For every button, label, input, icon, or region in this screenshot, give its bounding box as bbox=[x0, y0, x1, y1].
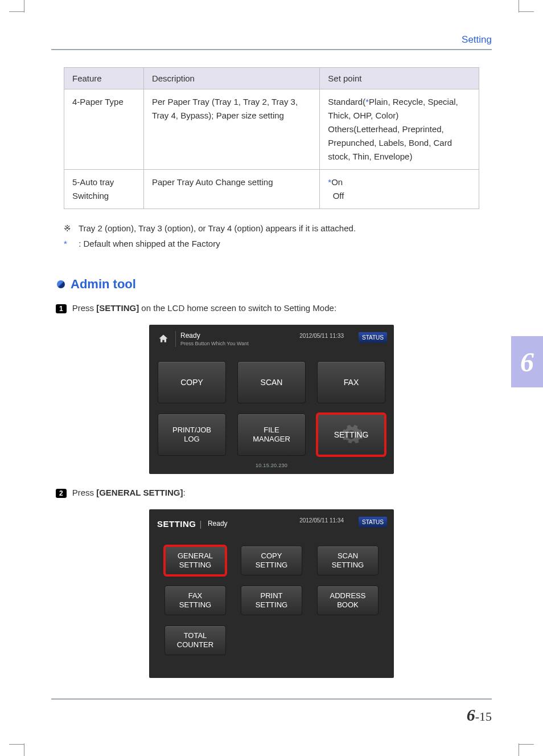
setting-button[interactable]: SETTING bbox=[317, 414, 385, 456]
home-icon[interactable] bbox=[157, 333, 170, 345]
breadcrumb: SETTING| bbox=[157, 519, 205, 529]
print-job-log-button[interactable]: PRINT/JOB LOG bbox=[158, 414, 226, 456]
header-title: Setting bbox=[51, 34, 492, 46]
note-symbol: * bbox=[64, 236, 76, 251]
th-description: Description bbox=[143, 68, 319, 89]
copy-setting-button[interactable]: COPY SETTING bbox=[241, 546, 302, 575]
th-feature: Feature bbox=[64, 68, 144, 89]
header-rule bbox=[51, 49, 492, 50]
lcd-home-screenshot: Ready Press Button Which You Want 2012/0… bbox=[149, 325, 394, 474]
page-number: 6-15 bbox=[51, 705, 492, 725]
datetime: 2012/05/11 11:34 bbox=[299, 517, 344, 524]
file-manager-button[interactable]: FILE MANAGER bbox=[237, 414, 306, 456]
step-2: 2 Press [GENERAL SETTING]: bbox=[56, 488, 492, 498]
table-row: 4-Paper Type Per Paper Tray (Tray 1, Tra… bbox=[64, 89, 479, 170]
cell-setpoint: Standard(*Plain, Recycle, Special, Thick… bbox=[320, 89, 479, 170]
print-setting-button[interactable]: PRINT SETTING bbox=[241, 586, 302, 615]
status-sub: Press Button Which You Want bbox=[180, 341, 249, 346]
fax-setting-button[interactable]: FAX SETTING bbox=[164, 586, 226, 615]
status-button[interactable]: STATUS bbox=[359, 332, 387, 343]
table-row: 5-Auto tray Switching Paper Tray Auto Ch… bbox=[64, 170, 479, 209]
footer-rule bbox=[51, 698, 492, 700]
ip-address: 10.15.20.230 bbox=[154, 463, 389, 468]
section-title: Admin tool bbox=[71, 277, 136, 292]
feature-table: Feature Description Set point 4-Paper Ty… bbox=[64, 67, 479, 209]
status-ready: Ready bbox=[180, 332, 249, 340]
scan-button[interactable]: SCAN bbox=[237, 361, 306, 403]
lcd-setting-screenshot: SETTING| Ready 2012/05/11 11:34 STATUS G… bbox=[149, 509, 394, 678]
fax-button[interactable]: FAX bbox=[317, 361, 385, 403]
step-number-badge: 2 bbox=[56, 489, 67, 498]
status-ready: Ready bbox=[208, 520, 228, 528]
cell-feature: 4-Paper Type bbox=[64, 89, 144, 170]
cell-description: Paper Tray Auto Change setting bbox=[143, 170, 319, 209]
note-symbol: ※ bbox=[64, 220, 76, 236]
general-setting-button[interactable]: GENERAL SETTING bbox=[164, 546, 226, 575]
address-book-button[interactable]: ADDRESS BOOK bbox=[317, 586, 379, 615]
table-notes: ※ Tray 2 (option), Tray 3 (option), or T… bbox=[64, 220, 479, 251]
section-heading: Admin tool bbox=[57, 277, 492, 292]
chapter-tab: 6 bbox=[511, 336, 543, 387]
copy-button[interactable]: COPY bbox=[158, 361, 226, 403]
cell-feature: 5-Auto tray Switching bbox=[64, 170, 144, 209]
cell-description: Per Paper Tray (Tray 1, Tray 2, Tray 3, … bbox=[143, 89, 319, 170]
scan-setting-button[interactable]: SCAN SETTING bbox=[317, 546, 379, 575]
total-counter-button[interactable]: TOTAL COUNTER bbox=[164, 626, 226, 655]
step-1: 1 Press [SETTING] on the LCD home screen… bbox=[56, 303, 492, 313]
status-button[interactable]: STATUS bbox=[359, 517, 387, 528]
cell-setpoint: *On Off bbox=[320, 170, 479, 209]
step-number-badge: 1 bbox=[56, 304, 67, 313]
th-setpoint: Set point bbox=[320, 68, 479, 89]
bullet-icon bbox=[57, 280, 65, 288]
datetime: 2012/05/11 11:33 bbox=[299, 333, 344, 339]
